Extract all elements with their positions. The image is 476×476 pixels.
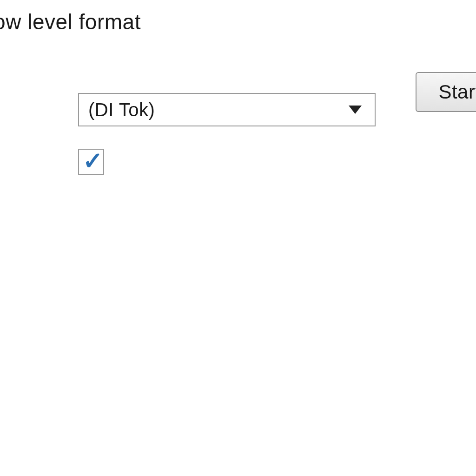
start-button-label: Start <box>416 73 476 111</box>
row1-dropdown-value: (DI Tok) <box>88 99 155 120</box>
page-title: Low level format <box>0 9 141 34</box>
title-divider <box>0 43 476 43</box>
row1-dropdown[interactable]: (DI Tok) <box>78 93 376 126</box>
row2-checkbox[interactable]: ✓ <box>78 149 104 175</box>
checkmark-icon: ✓ <box>83 148 103 174</box>
chevron-down-icon <box>349 106 362 114</box>
start-button[interactable]: Start <box>416 72 476 112</box>
